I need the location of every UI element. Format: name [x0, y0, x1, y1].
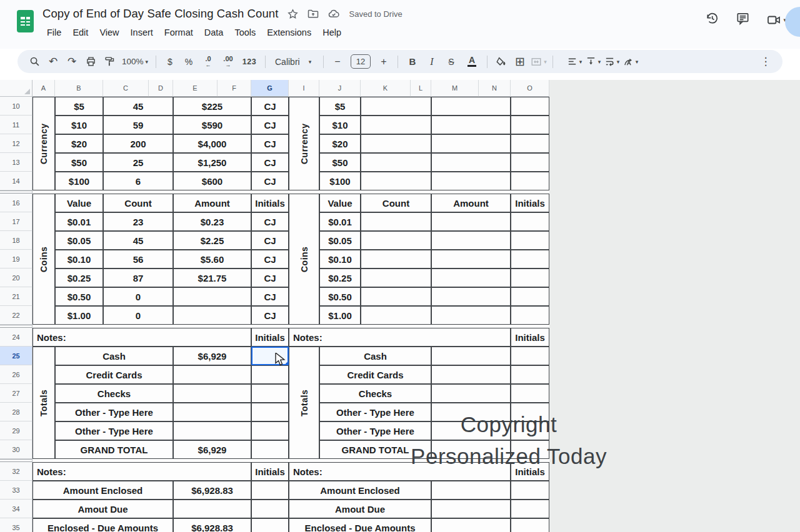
- cell-A35[interactable]: Enclosed - Due Amounts: [32, 518, 173, 532]
- format-percent-button[interactable]: %: [179, 52, 198, 71]
- cell-O11[interactable]: [511, 116, 549, 134]
- col-header-N[interactable]: N: [479, 80, 511, 97]
- cell-M26[interactable]: [431, 365, 511, 384]
- menu-file[interactable]: File: [41, 26, 67, 39]
- cell-M14[interactable]: [431, 172, 511, 190]
- cell-G29[interactable]: [251, 421, 289, 440]
- menu-view[interactable]: View: [94, 26, 124, 39]
- cell-E29[interactable]: [173, 421, 251, 440]
- col-header-M[interactable]: M: [431, 80, 479, 97]
- cell-C18[interactable]: 45: [103, 231, 173, 250]
- cell-G11[interactable]: CJ: [251, 116, 289, 134]
- cell-B17[interactable]: $0.01: [55, 212, 103, 231]
- cell-O18[interactable]: [511, 231, 549, 250]
- cell-B16[interactable]: Value: [55, 194, 103, 212]
- number-format-button[interactable]: 123: [238, 52, 261, 71]
- col-header-I[interactable]: I: [289, 80, 319, 97]
- cell-E34[interactable]: [173, 500, 251, 518]
- menu-extensions[interactable]: Extensions: [261, 26, 317, 39]
- font-name-select[interactable]: Calibri▾: [270, 52, 319, 71]
- zoom-control[interactable]: 100%▾: [119, 52, 151, 71]
- cell-E25[interactable]: $6,929: [173, 347, 251, 365]
- cell-G16[interactable]: Initials: [251, 194, 289, 212]
- cell-C20[interactable]: 87: [103, 268, 173, 287]
- cell-E14[interactable]: $600: [173, 172, 251, 190]
- cell-E10[interactable]: $225: [173, 97, 251, 116]
- row-header-32[interactable]: 32: [0, 462, 32, 481]
- cell-M22[interactable]: [431, 306, 511, 325]
- borders-button[interactable]: ⊞: [511, 52, 529, 71]
- col-header-J[interactable]: J: [319, 80, 361, 97]
- cell-O30[interactable]: [511, 440, 549, 459]
- cell-M10[interactable]: [431, 97, 511, 116]
- cell-J30[interactable]: GRAND TOTAL: [319, 440, 431, 459]
- cell-E27[interactable]: [173, 384, 251, 403]
- cell-A33[interactable]: Amount Enclosed: [32, 481, 173, 500]
- cell-M11[interactable]: [431, 116, 511, 134]
- cell-G21[interactable]: CJ: [251, 287, 289, 306]
- cell-E17[interactable]: $0.23: [173, 212, 251, 231]
- cell-O22[interactable]: [511, 306, 549, 325]
- cell-B25[interactable]: Cash: [55, 347, 173, 365]
- comments-icon[interactable]: [736, 11, 750, 28]
- version-history-icon[interactable]: [705, 11, 719, 28]
- cell-C11[interactable]: 59: [103, 116, 173, 134]
- cell-B11[interactable]: $10: [55, 116, 103, 134]
- increase-font-size-button[interactable]: +: [374, 52, 393, 71]
- cell-O29[interactable]: [511, 421, 549, 440]
- sheets-logo-icon[interactable]: [17, 10, 34, 32]
- cell-M13[interactable]: [431, 153, 511, 172]
- cell-K22[interactable]: [361, 306, 431, 325]
- cell-M27[interactable]: [431, 384, 511, 403]
- text-wrap-button[interactable]: ▾: [602, 52, 621, 71]
- cell-E33[interactable]: $6,928.83: [173, 481, 251, 500]
- cell-O13[interactable]: [511, 153, 549, 172]
- cell-K10[interactable]: [361, 97, 431, 116]
- cell-J16[interactable]: Value: [319, 194, 361, 212]
- cell-I34[interactable]: Amout Due: [289, 500, 431, 518]
- cell-G12[interactable]: CJ: [251, 134, 289, 153]
- cell-E21[interactable]: [173, 287, 251, 306]
- cell-J11[interactable]: $10: [319, 116, 361, 134]
- cell-O25[interactable]: [511, 347, 549, 365]
- vertical-align-button[interactable]: ▾: [584, 52, 602, 71]
- cell-A16[interactable]: Coins: [32, 194, 55, 325]
- cell-E13[interactable]: $1,250: [173, 153, 251, 172]
- search-icon[interactable]: [25, 52, 44, 71]
- cell-B22[interactable]: $1.00: [55, 306, 103, 325]
- row-header-17[interactable]: 17: [0, 212, 32, 231]
- cell-E28[interactable]: [173, 403, 251, 421]
- format-currency-button[interactable]: $: [161, 52, 179, 71]
- cell-G14[interactable]: CJ: [251, 172, 289, 190]
- cell-C10[interactable]: 45: [103, 97, 173, 116]
- italic-button[interactable]: I: [422, 52, 441, 71]
- cell-E11[interactable]: $590: [173, 116, 251, 134]
- col-header-K[interactable]: K: [361, 80, 411, 97]
- cell-G35[interactable]: [251, 518, 289, 532]
- cell-C12[interactable]: 200: [103, 134, 173, 153]
- cell-J20[interactable]: $0.25: [319, 268, 361, 287]
- font-size-input[interactable]: 12: [351, 54, 371, 69]
- cell-B21[interactable]: $0.50: [55, 287, 103, 306]
- cell-O12[interactable]: [511, 134, 549, 153]
- cell-G10[interactable]: CJ: [251, 97, 289, 116]
- cell-E22[interactable]: [173, 306, 251, 325]
- cell-K19[interactable]: [361, 250, 431, 268]
- row-header-27[interactable]: 27: [0, 384, 32, 403]
- row-header-33[interactable]: 33: [0, 481, 32, 500]
- cell-I32[interactable]: Notes:: [289, 462, 511, 481]
- text-color-button[interactable]: A: [461, 52, 482, 71]
- cell-M25[interactable]: [431, 347, 511, 365]
- cell-M30[interactable]: [431, 440, 511, 459]
- bold-button[interactable]: B: [402, 52, 422, 71]
- cell-B20[interactable]: $0.25: [55, 268, 103, 287]
- cell-K11[interactable]: [361, 116, 431, 134]
- cell-O27[interactable]: [511, 384, 549, 403]
- cell-M18[interactable]: [431, 231, 511, 250]
- cell-K16[interactable]: Count: [361, 194, 431, 212]
- cell-B14[interactable]: $100: [55, 172, 103, 190]
- cell-O20[interactable]: [511, 268, 549, 287]
- cell-O33[interactable]: [511, 481, 549, 500]
- cell-C19[interactable]: 56: [103, 250, 173, 268]
- cell-M35[interactable]: [431, 518, 511, 532]
